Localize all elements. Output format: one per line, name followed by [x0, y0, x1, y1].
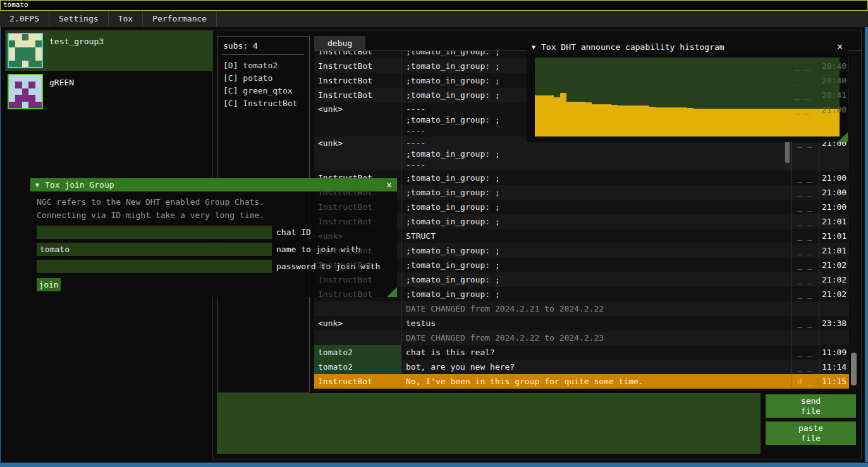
avatar-pixel [15, 40, 21, 47]
histogram-bar [719, 109, 725, 136]
tab-debug[interactable]: debug [314, 36, 365, 51]
avatar-pixel [9, 34, 15, 40]
avatar-pixel [35, 88, 42, 95]
avatar-pixel [28, 95, 35, 101]
avatar-pixel [9, 54, 15, 60]
message-flags: d _ [792, 374, 819, 389]
histogram-window: ▼ Tox DHT announce capability histogram … [527, 39, 848, 142]
collapse-arrow-icon[interactable]: ▼ [35, 181, 39, 188]
avatar-pixel [35, 47, 42, 54]
close-icon[interactable]: × [386, 179, 392, 191]
message-input[interactable] [217, 393, 761, 454]
message-text: bot, are you new here? [401, 360, 792, 374]
message-text: ;tomato_in_group: ; [401, 214, 792, 229]
window-border-bottom [0, 463, 868, 467]
histogram-bar [573, 102, 579, 136]
message-text: ;tomato_in_group: ; [401, 243, 792, 258]
message-text: ;tomato_in_group: ; [401, 272, 792, 287]
message-text: DATE CHANGED from 2024.2.21 to 2024.2.22 [401, 301, 792, 316]
join-button[interactable]: join [37, 278, 61, 291]
sender-name: InstructBot [314, 374, 401, 389]
window-titlebar[interactable]: tomato [0, 0, 868, 11]
message-time [819, 331, 849, 345]
histogram-bar [618, 106, 624, 136]
message-flags: _ _ [792, 214, 819, 229]
sender-name: InstructBot [314, 59, 401, 73]
menu-item-settings[interactable]: Settings [49, 11, 109, 27]
message-time: 21:01 [819, 229, 849, 243]
menu-item-2.0fps[interactable]: 2.0FPS [0, 11, 49, 27]
histogram-window-titlebar[interactable]: ▼ Tox DHT announce capability histogram … [527, 39, 848, 54]
join-field-input[interactable] [37, 226, 272, 239]
window-title: tomato [3, 1, 28, 9]
avatar-pixel [15, 102, 21, 108]
avatar-pixel [15, 47, 21, 54]
histogram-bar [535, 95, 541, 136]
table-row[interactable]: DATE CHANGED from 2024.2.22 to 2024.2.23 [314, 331, 849, 345]
table-row[interactable]: tomato2bot, are you new here?_ _11:14 [314, 360, 849, 374]
histogram-bar [656, 107, 662, 136]
message-text: ;tomato_in_group: ; [401, 200, 792, 214]
avatar-pixel [22, 40, 28, 47]
table-row[interactable]: <unk>testus_ _23:38 [314, 316, 849, 331]
resize-grip[interactable] [838, 132, 848, 142]
histogram-bar [554, 97, 560, 137]
collapse-arrow-icon[interactable]: ▼ [532, 44, 535, 51]
message-time: 11:15 [819, 374, 849, 389]
histogram-bar [605, 104, 611, 136]
menu-item-tox[interactable]: Tox [109, 11, 143, 27]
avatar-pixel [9, 82, 15, 88]
join-field-label: password to join with [276, 262, 380, 271]
avatar-pixel [28, 82, 35, 88]
avatar-pixel [28, 34, 35, 40]
histogram-bar [611, 105, 618, 136]
paste-file-button[interactable]: paste file [766, 422, 856, 445]
avatar-pixel [9, 75, 15, 82]
histogram-bar [681, 107, 687, 136]
message-flags: _ _ [792, 345, 819, 360]
close-icon[interactable]: × [837, 41, 843, 52]
join-field-input[interactable]: tomato [37, 243, 272, 256]
avatar-pixel [28, 54, 35, 60]
histogram-bar [776, 109, 783, 136]
histogram-bar [802, 109, 808, 136]
join-window-titlebar[interactable]: ▼ Tox join Group × [30, 178, 397, 191]
resize-grip[interactable] [387, 287, 397, 297]
join-info-line: Connecting via ID might take a very long… [37, 209, 391, 222]
message-text: ;tomato_in_group: ; [401, 287, 792, 301]
message-cell-scrollbar-thumb[interactable] [785, 142, 790, 163]
sender-name: InstructBot [314, 88, 401, 102]
histogram-bar [585, 102, 592, 136]
message-flags: _ _ [792, 200, 819, 214]
join-field-row: tomatoname to join with [37, 243, 391, 256]
histogram-bar [579, 102, 585, 136]
histogram-bar [675, 107, 681, 136]
sender-name: <unk> [314, 102, 401, 136]
table-row[interactable]: DATE CHANGED from 2024.2.21 to 2024.2.22 [314, 301, 849, 316]
group-item-gREEN[interactable]: gREEN [5, 71, 212, 109]
avatar-pixel [9, 102, 15, 108]
histogram-bar [694, 109, 700, 136]
table-row[interactable]: tomato2chat is this real?_ _11:09 [314, 345, 849, 360]
join-field-label: name to join with [276, 245, 360, 254]
histogram-bar [560, 93, 566, 136]
histogram-bar [700, 109, 706, 136]
histogram-bar [751, 109, 757, 136]
join-fields: chat IDtomatoname to join withpassword t… [37, 226, 391, 273]
message-text: ;tomato_in_group: ; [401, 171, 792, 185]
menu-item-performance[interactable]: Performance [143, 11, 217, 27]
histogram-bar [827, 109, 833, 136]
table-row[interactable]: InstructBotNo, I've been in this group f… [314, 374, 849, 389]
message-time: 21:00 [819, 171, 849, 185]
group-item-test_group3[interactable]: test_group3 [5, 30, 212, 71]
send-file-button[interactable]: send file [766, 394, 856, 418]
histogram-bar [764, 109, 770, 136]
histogram-bar [630, 106, 637, 136]
join-group-window: ▼ Tox join Group × NGC refers to the New… [30, 178, 397, 297]
chat-scrollbar-track [850, 51, 857, 389]
chat-scrollbar-thumb[interactable] [851, 353, 857, 385]
join-field-input[interactable] [37, 260, 272, 273]
histogram-bar [757, 109, 764, 136]
message-time: 21:01 [819, 214, 849, 229]
avatar-pixel [9, 61, 15, 67]
